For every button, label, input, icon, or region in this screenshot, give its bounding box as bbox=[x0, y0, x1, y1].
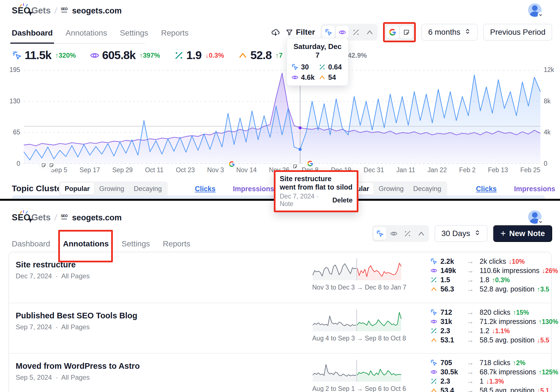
highlight-box-annotations-tab bbox=[58, 230, 113, 262]
annotation-row[interactable]: Moved from WordPress to Astro Sep 5, 202… bbox=[9, 353, 551, 392]
logo-sparks-icon bbox=[19, 210, 29, 214]
metric-value: 605.8k bbox=[102, 49, 136, 62]
metric-delta: ↑7 bbox=[276, 52, 283, 59]
annotation-delete-button[interactable]: Delete bbox=[332, 196, 353, 204]
topic-filter-segmented-left: PopularGrowingDecaying bbox=[59, 181, 168, 196]
metric-before-value: 2.3 bbox=[440, 377, 467, 385]
x-axis-tick: Oct 11 bbox=[145, 166, 164, 174]
google-update-marker[interactable] bbox=[227, 160, 236, 169]
arrow-right-icon: → bbox=[467, 336, 480, 344]
topic-filter-decaying[interactable]: Decaying bbox=[409, 183, 446, 195]
google-icon bbox=[229, 161, 235, 167]
site-name[interactable]: seogets.com bbox=[72, 213, 122, 222]
arrow-right-icon: → bbox=[467, 308, 480, 316]
position-toggle[interactable] bbox=[415, 227, 428, 240]
export-button[interactable] bbox=[271, 28, 280, 37]
metric-value: 11.5k bbox=[25, 49, 51, 62]
annotation-popup-meta: Dec 7, 2024 · Note bbox=[280, 193, 332, 208]
previous-period-button[interactable]: Previous Period bbox=[483, 24, 552, 41]
y-axis-tick: 4k bbox=[544, 129, 559, 136]
position-icon bbox=[238, 51, 248, 60]
tab-annotations[interactable]: Annotations bbox=[66, 29, 107, 38]
new-note-button[interactable]: + New Note bbox=[493, 225, 552, 242]
note-marker[interactable] bbox=[291, 162, 300, 171]
filter-button[interactable]: Filter bbox=[286, 28, 315, 37]
annotation-popup: Site restructure went from flat to silod… bbox=[274, 170, 358, 212]
metric-before-value: 56.3 bbox=[440, 285, 467, 293]
date-range-select[interactable]: 6 months bbox=[421, 24, 478, 41]
sort-by-impressions-link[interactable]: Impressions bbox=[514, 185, 555, 193]
site-name[interactable]: seogets.com bbox=[72, 6, 122, 15]
position-toggle[interactable] bbox=[363, 26, 376, 39]
annotation-row[interactable]: Published Best SEO Tools Blog Sep 7, 202… bbox=[9, 303, 551, 353]
x-axis-tick: Feb 13 bbox=[488, 166, 508, 174]
clicks-toggle[interactable] bbox=[374, 227, 386, 240]
logo-sparks-icon bbox=[19, 3, 29, 7]
tab-settings[interactable]: Settings bbox=[120, 29, 148, 38]
notes-toggle[interactable] bbox=[400, 26, 413, 39]
seogets-logo[interactable]: SEO Gets bbox=[12, 213, 51, 223]
annotation-title: Moved from WordPress to Astro bbox=[16, 361, 140, 371]
tooltip-metric-impressions: 4.6k bbox=[291, 73, 316, 81]
impressions-icon bbox=[430, 368, 437, 375]
clicks-toggle[interactable] bbox=[322, 26, 335, 39]
google-icon bbox=[389, 29, 396, 36]
metric-delta: ↓5.1 bbox=[537, 387, 549, 392]
topic-filter-popular[interactable]: Popular bbox=[60, 183, 94, 195]
tab-settings[interactable]: Settings bbox=[122, 239, 150, 248]
metric-delta: ↓10% bbox=[508, 258, 525, 265]
metric-comparison-impressions: 149k → 110.6k impressions↓26% bbox=[430, 267, 558, 274]
metric-delta: ↑3.5 bbox=[537, 286, 549, 293]
topic-filter-growing[interactable]: Growing bbox=[374, 183, 408, 195]
metric-before-value: 705 bbox=[440, 359, 467, 367]
tab-dashboard[interactable]: Dashboard bbox=[12, 239, 50, 248]
main-nav-tabs: Dashboard Annotations Settings Reports bbox=[12, 29, 145, 44]
arrow-right-icon: → bbox=[467, 318, 480, 326]
user-avatar[interactable] bbox=[528, 3, 542, 17]
clicks-icon bbox=[291, 64, 298, 71]
topic-filter-decaying[interactable]: Decaying bbox=[129, 183, 166, 195]
metric-after-value: 718 clicks↑2% bbox=[480, 359, 526, 367]
arrow-right-icon: → bbox=[467, 267, 480, 275]
site-favicon: SEO Gets bbox=[59, 213, 69, 223]
date-range-select[interactable]: 30 Days bbox=[435, 225, 487, 242]
google-updates-toggle[interactable] bbox=[386, 26, 399, 39]
sort-by-clicks-link[interactable]: Clicks bbox=[476, 185, 497, 193]
user-avatar[interactable] bbox=[528, 210, 542, 224]
position-icon bbox=[430, 387, 437, 392]
metric-comparison-position: 53.1 → 58.5 avg. position↓5.5 bbox=[430, 336, 558, 344]
impressions-toggle[interactable] bbox=[387, 227, 400, 240]
metric-after-value: 58.5 avg. position↓5.5 bbox=[480, 336, 549, 344]
seogets-logo[interactable]: SEO Gets bbox=[12, 6, 51, 16]
position-icon bbox=[319, 74, 326, 81]
google-update-marker[interactable] bbox=[306, 159, 315, 168]
tab-reports[interactable]: Reports bbox=[163, 239, 190, 248]
impressions-icon bbox=[90, 51, 99, 60]
x-axis-tick: Sep 17 bbox=[80, 166, 100, 174]
ctr-toggle[interactable] bbox=[401, 227, 414, 240]
tab-annotations[interactable]: Annotations bbox=[63, 239, 109, 248]
clicks-icon bbox=[12, 51, 22, 60]
x-axis-tick: Jan 22 bbox=[428, 166, 447, 174]
metric-comparison-ctr: 2.3 → 1↓1.3% bbox=[430, 377, 558, 385]
tab-reports[interactable]: Reports bbox=[161, 29, 188, 38]
impressions-toggle[interactable] bbox=[336, 26, 349, 39]
note-marker[interactable] bbox=[47, 161, 56, 170]
sort-by-clicks-link[interactable]: Clicks bbox=[195, 185, 216, 193]
metric-delta: ↑125% bbox=[538, 368, 558, 376]
topic-filter-growing[interactable]: Growing bbox=[95, 183, 129, 195]
metric-after-value: 1.8↑0.3% bbox=[480, 276, 510, 284]
summary-metric-position: 52.8 ↑7 bbox=[238, 49, 283, 62]
traffic-chart[interactable] bbox=[24, 70, 540, 164]
ctr-toggle[interactable] bbox=[349, 26, 362, 39]
annotation-meta: Dec 7, 2024 · All Pages bbox=[16, 272, 90, 280]
sort-by-impressions-link[interactable]: Impressions bbox=[233, 185, 274, 193]
tooltip-metric-position: 54 bbox=[319, 73, 344, 81]
metric-delta: ↓26% bbox=[542, 267, 558, 274]
updown-chevrons-icon bbox=[474, 229, 481, 236]
tooltip-metric-ctr: 0.64 bbox=[319, 63, 344, 71]
tab-dashboard[interactable]: Dashboard bbox=[12, 29, 53, 38]
tooltip-metric-clicks: 30 bbox=[291, 63, 316, 71]
annotation-popup-body: went from flat to silod bbox=[280, 183, 353, 191]
ctr-icon bbox=[352, 29, 360, 36]
